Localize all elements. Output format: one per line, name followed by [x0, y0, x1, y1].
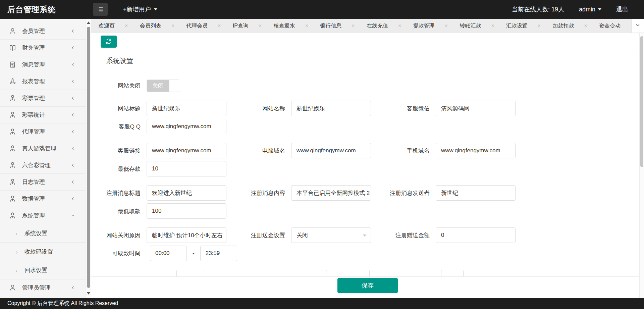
online-label: 当前在线人数: — [512, 6, 550, 13]
tab-核查返水[interactable]: 核查返水× — [274, 22, 308, 30]
field-label: 网站标题 — [91, 105, 147, 112]
tab-close-icon[interactable]: × — [125, 23, 128, 29]
tab-资金变动[interactable]: 资金变动 — [599, 22, 621, 30]
sidebar-item-会员管理[interactable]: 会员管理 — [0, 23, 86, 40]
refresh-button[interactable] — [101, 36, 117, 48]
field-value: www.qingfengymw.com — [152, 147, 211, 154]
admin-dropdown[interactable]: admin — [579, 6, 601, 13]
tab-转账汇款[interactable]: 转账汇款× — [460, 22, 494, 30]
field-label: 客服微信 — [371, 105, 436, 112]
clipped-input[interactable] — [441, 270, 464, 276]
tab-close-icon[interactable]: × — [445, 23, 448, 29]
input-客服微信[interactable]: 清风源码网 — [436, 101, 516, 116]
input-time-to[interactable]: 23:59 — [200, 246, 237, 261]
sidebar-item-彩票管理[interactable]: 彩票管理 — [0, 90, 86, 107]
input-最低存款[interactable]: 10 — [147, 161, 226, 176]
sidebar-subitem-系统设置[interactable]: 系统设置 — [0, 224, 86, 243]
tab-IP查询[interactable]: IP查询× — [233, 22, 262, 30]
sidebar-subitem-收款码设置[interactable]: 收款码设置 — [0, 243, 86, 261]
user-tie-icon — [9, 145, 16, 152]
sidebar-item-代理管理[interactable]: 代理管理 — [0, 123, 86, 140]
sidebar-item-数据管理[interactable]: 数据管理 — [0, 191, 86, 207]
input-客服链接[interactable]: www.qingfengymw.com — [147, 143, 226, 158]
sidebar-subitem-label: 收款码设置 — [24, 248, 53, 256]
field-value: www.qingfengymw.com — [297, 147, 356, 154]
sidebar-item-真人游戏管理[interactable]: 真人游戏管理 — [0, 140, 86, 157]
tab-close-icon[interactable]: × — [398, 23, 401, 29]
scroll-up-arrow-icon[interactable] — [87, 21, 90, 24]
refresh-icon — [105, 38, 112, 46]
clipped-input[interactable] — [176, 270, 205, 276]
tab-label: 欢迎页 — [99, 22, 115, 30]
sidebar-item-报表管理[interactable]: 报表管理 — [0, 73, 86, 90]
sidebar-subitem-回水设置[interactable]: 回水设置 — [0, 261, 86, 279]
input-网站名称[interactable]: 新世纪娱乐 — [291, 101, 371, 116]
sidebar-item-彩票统计[interactable]: 彩票统计 — [0, 107, 86, 123]
tab-close-icon[interactable]: × — [171, 23, 174, 29]
top-header: 后台管理系统 +新增用户 当前在线人数: 19人 admin 退出 — [0, 0, 644, 19]
input-最低取款[interactable]: 100 — [147, 203, 226, 219]
sidebar-item-label: 数据管理 — [22, 195, 45, 203]
save-button[interactable]: 保存 — [337, 278, 398, 293]
sidebar-subitem-label: 回水设置 — [24, 266, 47, 274]
field-value: 关闭 — [297, 231, 308, 239]
sidebar-scrollbar[interactable] — [86, 19, 91, 298]
section-legend: 系统设置 — [91, 56, 644, 65]
tab-label: 代理会员 — [186, 22, 208, 30]
tab-代理会员[interactable]: 代理会员× — [186, 22, 221, 30]
tab-close-icon[interactable]: × — [218, 23, 221, 29]
tab-在线充值[interactable]: 在线充值× — [367, 22, 401, 30]
tab-close-icon[interactable]: × — [584, 23, 587, 29]
tab-overflow-button[interactable] — [631, 19, 644, 33]
input-time-from[interactable]: 00:00 — [150, 246, 187, 261]
user-icon — [9, 284, 16, 292]
logout-button[interactable]: 退出 — [616, 5, 628, 13]
field-value: 新世纪娱乐 — [297, 105, 325, 112]
tab-close-icon[interactable]: × — [305, 23, 308, 29]
input-网站关闭原因[interactable]: 临时维护 预计10个小时左右 — [147, 227, 226, 243]
sidebar-item-管理员管理[interactable]: 管理员管理 — [0, 279, 86, 296]
input-注册消息发送者[interactable]: 新世纪 — [436, 185, 516, 201]
field-label: 可取款时间 — [91, 250, 147, 257]
sidebar-item-label: 彩票管理 — [22, 94, 45, 102]
sidebar-item-系统管理[interactable]: 系统管理 — [0, 207, 86, 224]
form-row: 客服链接www.qingfengymw.com电脑域名www.qingfengy… — [91, 143, 644, 158]
sidebar-item-财务管理[interactable]: 财务管理 — [0, 40, 86, 56]
tab-加款扣款[interactable]: 加款扣款× — [552, 22, 587, 30]
tab-会员列表[interactable]: 会员列表× — [140, 22, 174, 30]
sidebar-item-日志管理[interactable]: 日志管理 — [0, 174, 86, 191]
tab-close-icon[interactable]: × — [491, 23, 494, 29]
scroll-down-arrow-icon[interactable] — [87, 292, 90, 295]
input-网站标题[interactable]: 新世纪娱乐 — [147, 101, 226, 116]
sidebar-item-六合彩管理[interactable]: 六合彩管理 — [0, 157, 86, 174]
tab-银行信息[interactable]: 银行信息× — [320, 22, 355, 30]
chevron-left-icon — [70, 285, 75, 290]
field-value: 00:00 — [155, 250, 170, 257]
tab-close-icon[interactable]: × — [259, 23, 262, 29]
tab-汇款设置[interactable]: 汇款设置× — [506, 22, 541, 30]
tab-close-icon[interactable]: × — [538, 23, 541, 29]
site-close-toggle[interactable]: 关闭 — [147, 80, 180, 92]
content-scrollbar[interactable] — [639, 33, 644, 298]
menu-toggle-button[interactable] — [93, 3, 108, 16]
add-user-dropdown[interactable]: +新增用户 — [123, 5, 157, 13]
tab-欢迎页[interactable]: 欢迎页× — [99, 22, 128, 30]
input-客服Q Q[interactable]: www.qingfengymw.com — [147, 119, 226, 134]
input-注册赠送金额[interactable]: 0 — [436, 227, 516, 243]
clipped-input[interactable] — [326, 270, 370, 276]
save-bar: 保存 — [91, 276, 644, 298]
input-手机域名[interactable]: www.qingfengymw.com — [436, 143, 516, 158]
field-label: 客服Q Q — [91, 123, 147, 131]
tab-提款管理[interactable]: 提款管理× — [413, 22, 448, 30]
chevron-left-icon — [70, 96, 75, 101]
content-scrollbar-thumb[interactable] — [640, 36, 643, 167]
copyright-text: Copyright © 后台管理系统 All Rights Reserved — [7, 300, 118, 307]
tab-close-icon[interactable]: × — [352, 23, 355, 29]
input-注册消息标题[interactable]: 欢迎进入新世纪 — [147, 185, 226, 201]
input-注册消息内容[interactable]: 本平台已启用全新网投模式 2 — [291, 185, 371, 201]
sidebar-item-消息管理[interactable]: 消息管理 — [0, 56, 86, 73]
input-电脑域名[interactable]: www.qingfengymw.com — [291, 143, 371, 158]
select-注册送金设置[interactable]: 关闭 — [291, 227, 371, 243]
sidebar-scrollbar-thumb[interactable] — [87, 27, 90, 288]
field-value: 临时维护 预计10个小时左右 — [152, 231, 223, 239]
